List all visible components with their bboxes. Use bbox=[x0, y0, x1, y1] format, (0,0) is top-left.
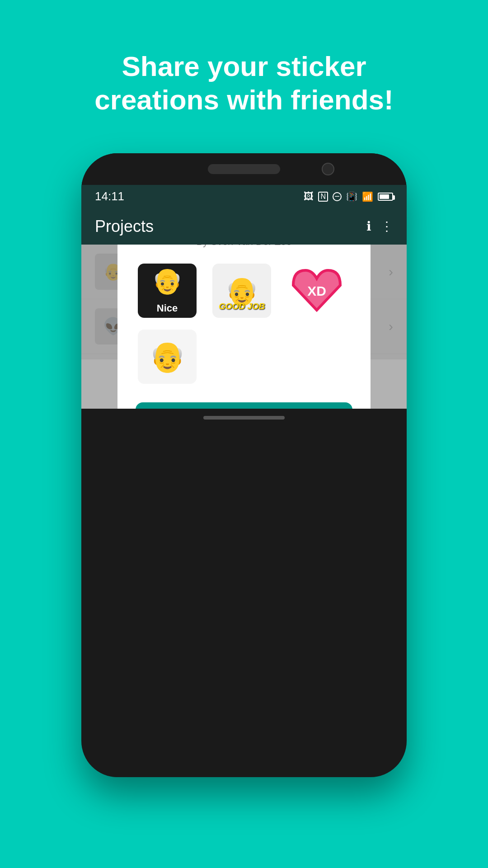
phone-notch bbox=[81, 153, 407, 185]
sticker-grid: Nice GOOD JOB bbox=[136, 261, 352, 386]
modal-header: Nice ayy lmao By Sven Van Der Zee bbox=[136, 245, 352, 248]
sticker-cell-xd: XD bbox=[285, 261, 348, 320]
info-icon[interactable]: ℹ bbox=[366, 219, 371, 234]
vibrate-icon: 📳 bbox=[346, 191, 357, 202]
sticker-pack-modal: Nice ayy lmao By Sven Van Der Zee Nice bbox=[117, 245, 371, 409]
sticker-goodjob-label: GOOD JOB bbox=[219, 302, 265, 311]
sticker-nice: Nice bbox=[138, 264, 197, 318]
modal-pack-author: By Sven Van Der Zee bbox=[196, 245, 291, 248]
modal-overlay: Nice ayy lmao By Sven Van Der Zee Nice bbox=[81, 245, 407, 409]
svg-text:XD: XD bbox=[307, 283, 326, 298]
phone-mockup: 14:11 🖼 N − 📳 📶 Projects ℹ ⋮ bbox=[81, 153, 407, 777]
home-indicator bbox=[203, 416, 285, 420]
hero-headline: Share your sticker creations with friend… bbox=[58, 50, 429, 117]
sticker-cell-goodjob: GOOD JOB bbox=[210, 261, 273, 320]
minus-circle-icon: − bbox=[333, 192, 342, 201]
sticker-face: 👴 bbox=[138, 330, 197, 384]
signal-icon: 📶 bbox=[362, 191, 373, 202]
sticker-cell-nice: Nice bbox=[136, 261, 199, 320]
sticker-cell-face: 👴 bbox=[136, 327, 199, 386]
nfc-icon: N bbox=[318, 192, 328, 202]
status-bar: 14:11 🖼 N − 📳 📶 bbox=[81, 185, 407, 208]
headline-line2: creations with friends! bbox=[94, 84, 393, 115]
battery-icon bbox=[378, 193, 393, 201]
phone-speaker bbox=[208, 164, 280, 174]
toolbar-title: Projects bbox=[95, 217, 154, 236]
sticker-nice-label: Nice bbox=[157, 302, 178, 314]
phone-camera bbox=[322, 163, 334, 175]
toolbar-action-icons: ℹ ⋮ bbox=[366, 219, 393, 234]
status-time: 14:11 bbox=[95, 189, 124, 203]
phone-bottom-bar bbox=[81, 409, 407, 427]
sticker-xd: XD bbox=[290, 265, 344, 317]
more-options-icon[interactable]: ⋮ bbox=[380, 219, 393, 234]
headline-line1: Share your sticker bbox=[122, 51, 366, 82]
screen-content: 👴 👴 👴 bbox=[81, 245, 407, 409]
gallery-icon: 🖼 bbox=[304, 191, 314, 203]
sticker-goodjob: GOOD JOB bbox=[212, 264, 271, 318]
status-icons: 🖼 N − 📳 📶 bbox=[304, 191, 393, 203]
app-toolbar: Projects ℹ ⋮ bbox=[81, 208, 407, 245]
download-button[interactable]: Download bbox=[136, 402, 352, 409]
